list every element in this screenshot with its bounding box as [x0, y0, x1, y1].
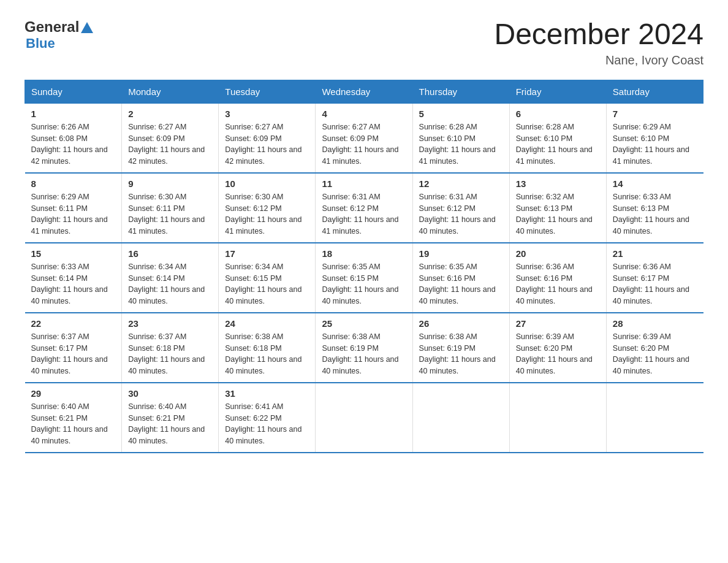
day-info: Sunrise: 6:38 AMSunset: 6:18 PMDaylight:… [225, 331, 309, 377]
calendar-cell: 26Sunrise: 6:38 AMSunset: 6:19 PMDayligh… [412, 313, 509, 383]
location-text: Nane, Ivory Coast [494, 53, 703, 67]
day-info: Sunrise: 6:29 AMSunset: 6:11 PMDaylight:… [31, 191, 116, 237]
logo: General Blue [25, 18, 93, 52]
day-info: Sunrise: 6:38 AMSunset: 6:19 PMDaylight:… [419, 331, 503, 377]
day-number: 14 [613, 178, 697, 189]
day-number: 24 [225, 318, 309, 329]
day-number: 25 [322, 318, 406, 329]
day-number: 3 [225, 109, 309, 119]
calendar-cell: 9Sunrise: 6:30 AMSunset: 6:11 PMDaylight… [122, 173, 219, 243]
day-info: Sunrise: 6:37 AMSunset: 6:17 PMDaylight:… [31, 331, 116, 377]
calendar-cell: 15Sunrise: 6:33 AMSunset: 6:14 PMDayligh… [25, 243, 122, 313]
calendar-cell: 30Sunrise: 6:40 AMSunset: 6:21 PMDayligh… [122, 383, 219, 453]
day-number: 12 [419, 178, 503, 189]
day-info: Sunrise: 6:31 AMSunset: 6:12 PMDaylight:… [419, 191, 503, 237]
calendar-cell: 25Sunrise: 6:38 AMSunset: 6:19 PMDayligh… [316, 313, 412, 383]
col-header-wednesday: Wednesday [316, 80, 412, 103]
day-number: 1 [31, 109, 116, 119]
calendar-cell: 19Sunrise: 6:35 AMSunset: 6:16 PMDayligh… [412, 243, 509, 313]
calendar-week-row: 15Sunrise: 6:33 AMSunset: 6:14 PMDayligh… [25, 243, 703, 313]
calendar-header-row: SundayMondayTuesdayWednesdayThursdayFrid… [25, 80, 703, 103]
calendar-cell: 16Sunrise: 6:34 AMSunset: 6:14 PMDayligh… [122, 243, 219, 313]
day-number: 22 [31, 318, 116, 329]
day-number: 2 [128, 109, 212, 119]
day-info: Sunrise: 6:34 AMSunset: 6:14 PMDaylight:… [128, 261, 212, 307]
day-number: 21 [613, 248, 697, 259]
day-number: 16 [128, 248, 212, 259]
calendar-week-row: 1Sunrise: 6:26 AMSunset: 6:08 PMDaylight… [25, 103, 703, 173]
calendar-cell [509, 383, 606, 453]
calendar-cell: 12Sunrise: 6:31 AMSunset: 6:12 PMDayligh… [412, 173, 509, 243]
day-info: Sunrise: 6:34 AMSunset: 6:15 PMDaylight:… [225, 261, 309, 307]
day-number: 10 [225, 178, 309, 189]
calendar-cell: 13Sunrise: 6:32 AMSunset: 6:13 PMDayligh… [509, 173, 606, 243]
calendar-week-row: 8Sunrise: 6:29 AMSunset: 6:11 PMDaylight… [25, 173, 703, 243]
day-number: 4 [322, 109, 406, 119]
day-info: Sunrise: 6:37 AMSunset: 6:18 PMDaylight:… [128, 331, 212, 377]
calendar-cell: 27Sunrise: 6:39 AMSunset: 6:20 PMDayligh… [509, 313, 606, 383]
calendar-cell: 1Sunrise: 6:26 AMSunset: 6:08 PMDaylight… [25, 103, 122, 173]
day-number: 26 [419, 318, 503, 329]
page-header: General Blue December 2024 Nane, Ivory C… [25, 18, 703, 67]
day-info: Sunrise: 6:30 AMSunset: 6:12 PMDaylight:… [225, 191, 309, 237]
day-info: Sunrise: 6:41 AMSunset: 6:22 PMDaylight:… [225, 401, 309, 447]
day-number: 28 [613, 318, 697, 329]
day-number: 31 [225, 388, 309, 399]
col-header-saturday: Saturday [606, 80, 703, 103]
calendar-cell: 22Sunrise: 6:37 AMSunset: 6:17 PMDayligh… [25, 313, 122, 383]
day-info: Sunrise: 6:29 AMSunset: 6:10 PMDaylight:… [613, 121, 697, 167]
col-header-sunday: Sunday [25, 80, 122, 103]
day-number: 9 [128, 178, 212, 189]
calendar-cell: 28Sunrise: 6:39 AMSunset: 6:20 PMDayligh… [606, 313, 703, 383]
day-number: 17 [225, 248, 309, 259]
day-info: Sunrise: 6:33 AMSunset: 6:14 PMDaylight:… [31, 261, 116, 307]
day-info: Sunrise: 6:36 AMSunset: 6:16 PMDaylight:… [516, 261, 600, 307]
calendar-week-row: 22Sunrise: 6:37 AMSunset: 6:17 PMDayligh… [25, 313, 703, 383]
calendar-cell: 23Sunrise: 6:37 AMSunset: 6:18 PMDayligh… [122, 313, 219, 383]
calendar-cell: 24Sunrise: 6:38 AMSunset: 6:18 PMDayligh… [219, 313, 316, 383]
day-info: Sunrise: 6:28 AMSunset: 6:10 PMDaylight:… [419, 121, 503, 167]
day-info: Sunrise: 6:27 AMSunset: 6:09 PMDaylight:… [322, 121, 406, 167]
calendar-cell: 2Sunrise: 6:27 AMSunset: 6:09 PMDaylight… [122, 103, 219, 173]
day-info: Sunrise: 6:26 AMSunset: 6:08 PMDaylight:… [31, 121, 116, 167]
calendar-cell: 20Sunrise: 6:36 AMSunset: 6:16 PMDayligh… [509, 243, 606, 313]
day-info: Sunrise: 6:39 AMSunset: 6:20 PMDaylight:… [516, 331, 600, 377]
day-info: Sunrise: 6:27 AMSunset: 6:09 PMDaylight:… [128, 121, 212, 167]
logo-triangle-icon [81, 22, 93, 33]
day-info: Sunrise: 6:35 AMSunset: 6:15 PMDaylight:… [322, 261, 406, 307]
calendar-cell: 8Sunrise: 6:29 AMSunset: 6:11 PMDaylight… [25, 173, 122, 243]
day-number: 5 [419, 109, 503, 119]
calendar-cell: 14Sunrise: 6:33 AMSunset: 6:13 PMDayligh… [606, 173, 703, 243]
day-number: 23 [128, 318, 212, 329]
calendar-cell: 21Sunrise: 6:36 AMSunset: 6:17 PMDayligh… [606, 243, 703, 313]
day-info: Sunrise: 6:31 AMSunset: 6:12 PMDaylight:… [322, 191, 406, 237]
calendar-cell [606, 383, 703, 453]
day-number: 27 [516, 318, 600, 329]
calendar-cell [412, 383, 509, 453]
day-info: Sunrise: 6:27 AMSunset: 6:09 PMDaylight:… [225, 121, 309, 167]
day-number: 18 [322, 248, 406, 259]
calendar-cell: 11Sunrise: 6:31 AMSunset: 6:12 PMDayligh… [316, 173, 412, 243]
col-header-tuesday: Tuesday [219, 80, 316, 103]
calendar-cell: 3Sunrise: 6:27 AMSunset: 6:09 PMDaylight… [219, 103, 316, 173]
calendar-cell: 7Sunrise: 6:29 AMSunset: 6:10 PMDaylight… [606, 103, 703, 173]
day-info: Sunrise: 6:38 AMSunset: 6:19 PMDaylight:… [322, 331, 406, 377]
day-info: Sunrise: 6:28 AMSunset: 6:10 PMDaylight:… [516, 121, 600, 167]
day-number: 29 [31, 388, 116, 399]
day-info: Sunrise: 6:30 AMSunset: 6:11 PMDaylight:… [128, 191, 212, 237]
calendar-cell [316, 383, 412, 453]
day-info: Sunrise: 6:32 AMSunset: 6:13 PMDaylight:… [516, 191, 600, 237]
calendar-cell: 5Sunrise: 6:28 AMSunset: 6:10 PMDaylight… [412, 103, 509, 173]
day-info: Sunrise: 6:35 AMSunset: 6:16 PMDaylight:… [419, 261, 503, 307]
col-header-monday: Monday [122, 80, 219, 103]
calendar-table: SundayMondayTuesdayWednesdayThursdayFrid… [25, 80, 703, 453]
calendar-cell: 29Sunrise: 6:40 AMSunset: 6:21 PMDayligh… [25, 383, 122, 453]
logo-general-text: General [25, 18, 79, 36]
calendar-cell: 18Sunrise: 6:35 AMSunset: 6:15 PMDayligh… [316, 243, 412, 313]
day-number: 8 [31, 178, 116, 189]
day-number: 19 [419, 248, 503, 259]
calendar-cell: 10Sunrise: 6:30 AMSunset: 6:12 PMDayligh… [219, 173, 316, 243]
col-header-friday: Friday [509, 80, 606, 103]
day-info: Sunrise: 6:33 AMSunset: 6:13 PMDaylight:… [613, 191, 697, 237]
col-header-thursday: Thursday [412, 80, 509, 103]
